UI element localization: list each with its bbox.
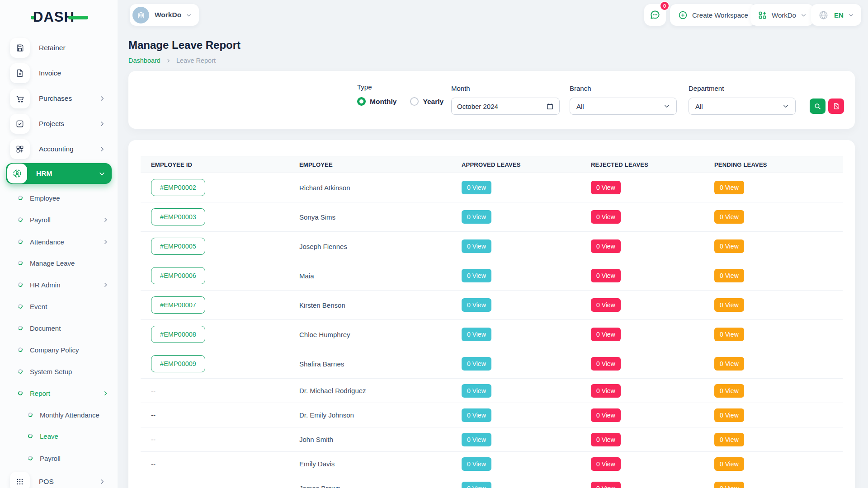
column-header: EMPLOYEE ID — [141, 161, 289, 168]
employee-id-badge[interactable]: #EMP00002 — [151, 179, 205, 196]
column-header: APPROVED LEAVES — [451, 161, 580, 168]
sidebar-item-payroll-report[interactable]: Payroll — [0, 451, 118, 465]
sidebar-item-company-policy[interactable]: Company Policy — [0, 343, 118, 357]
subnav-label: Company Policy — [30, 346, 79, 354]
chevron-down-icon — [783, 103, 789, 109]
pending-leaves-view-badge[interactable]: 0 View — [714, 298, 744, 312]
sidebar-item-report[interactable]: Report — [0, 386, 118, 400]
rejected-leaves-view-badge[interactable]: 0 View — [591, 482, 621, 488]
employee-id-badge[interactable]: #EMP00007 — [151, 296, 205, 314]
filter-card: Type Monthly Yearly Month October 2024 B… — [128, 71, 855, 129]
rejected-leaves-view-badge[interactable]: 0 View — [591, 457, 621, 471]
sidebar-item-retainer[interactable]: Retainer — [6, 38, 112, 58]
approved-leaves-view-badge[interactable]: 0 View — [462, 433, 491, 446]
rejected-leaves-view-badge[interactable]: 0 View — [591, 181, 621, 194]
rejected-leaves-view-badge[interactable]: 0 View — [591, 384, 621, 398]
rejected-leaves-view-badge[interactable]: 0 View — [591, 328, 621, 341]
reset-button[interactable] — [828, 99, 844, 114]
sidebar-item-label: Retainer — [39, 44, 66, 52]
sidebar-item-accounting[interactable]: Accounting — [6, 139, 112, 159]
employee-id-badge[interactable]: #EMP00009 — [151, 355, 205, 372]
search-button[interactable] — [810, 99, 826, 114]
sidebar-item-purchases[interactable]: Purchases — [6, 89, 112, 108]
sidebar-item-invoice[interactable]: Invoice — [6, 63, 112, 83]
subnav-label: Monthly Attendance — [40, 411, 99, 419]
rejected-leaves-view-badge[interactable]: 0 View — [591, 269, 621, 282]
sidebar-item-hrm[interactable]: HRM — [6, 163, 112, 184]
sidebar-item-event[interactable]: Event — [0, 300, 118, 313]
monthly-radio-label[interactable]: Monthly — [370, 98, 396, 106]
chevron-right-icon — [99, 146, 105, 152]
pending-leaves-view-badge[interactable]: 0 View — [714, 457, 744, 471]
pending-leaves-view-badge[interactable]: 0 View — [714, 384, 744, 398]
approved-leaves-view-badge[interactable]: 0 View — [462, 269, 491, 282]
yearly-radio[interactable] — [410, 97, 419, 106]
sidebar-item-label: Invoice — [39, 69, 61, 77]
month-input[interactable]: October 2024 — [451, 98, 560, 115]
approved-leaves-view-badge[interactable]: 0 View — [462, 239, 491, 253]
calendar-icon[interactable] — [546, 103, 554, 110]
bullet-icon — [28, 412, 33, 418]
sidebar-item-system-setup[interactable]: System Setup — [0, 365, 118, 378]
rejected-leaves-view-badge[interactable]: 0 View — [591, 408, 621, 422]
rejected-leaves-view-badge[interactable]: 0 View — [591, 239, 621, 253]
approved-leaves-view-badge[interactable]: 0 View — [462, 384, 491, 398]
pending-leaves-view-badge[interactable]: 0 View — [714, 239, 744, 253]
branch-select[interactable]: All — [570, 98, 677, 115]
sidebar-item-attendance[interactable]: Attendance — [0, 235, 118, 249]
pending-leaves-view-badge[interactable]: 0 View — [714, 269, 744, 282]
month-value: October 2024 — [457, 103, 498, 110]
rejected-leaves-view-badge[interactable]: 0 View — [591, 298, 621, 312]
pending-leaves-view-badge[interactable]: 0 View — [714, 328, 744, 341]
workspace-switcher[interactable]: WorkDo — [130, 4, 199, 26]
approved-leaves-view-badge[interactable]: 0 View — [462, 181, 491, 194]
approved-leaves-view-badge[interactable]: 0 View — [462, 210, 491, 224]
approved-leaves-view-badge[interactable]: 0 View — [462, 328, 491, 341]
approved-leaves-view-badge[interactable]: 0 View — [462, 457, 491, 471]
sidebar-item-leave-report[interactable]: Leave — [0, 429, 118, 443]
language-label: EN — [834, 11, 844, 19]
sidebar-item-monthly-attendance[interactable]: Monthly Attendance — [0, 408, 118, 422]
pending-leaves-view-badge[interactable]: 0 View — [714, 408, 744, 422]
yearly-radio-label[interactable]: Yearly — [423, 98, 443, 106]
create-workspace-button[interactable]: Create Workspace — [670, 4, 756, 26]
employee-id-badge[interactable]: #EMP00006 — [151, 267, 205, 284]
employee-name: John Smith — [289, 436, 451, 443]
approved-leaves-view-badge[interactable]: 0 View — [462, 482, 491, 488]
employee-id-badge[interactable]: #EMP00003 — [151, 208, 205, 225]
employee-id-badge[interactable]: #EMP00005 — [151, 238, 205, 255]
rejected-leaves-view-badge[interactable]: 0 View — [591, 433, 621, 446]
employee-id-badge[interactable]: #EMP00008 — [151, 326, 205, 343]
breadcrumb-dashboard-link[interactable]: Dashboard — [128, 57, 160, 64]
pending-leaves-view-badge[interactable]: 0 View — [714, 482, 744, 488]
sidebar-item-hr-admin[interactable]: HR Admin — [0, 278, 118, 291]
sidebar-item-employee[interactable]: Employee — [0, 191, 118, 205]
sidebar-item-payroll[interactable]: Payroll — [0, 213, 118, 226]
chevron-down-icon — [186, 12, 192, 18]
monthly-radio[interactable] — [357, 97, 366, 106]
table-row: #EMP00003 Sonya Sims 0 View 0 View 0 Vie… — [141, 202, 843, 232]
pending-leaves-view-badge[interactable]: 0 View — [714, 210, 744, 224]
department-select[interactable]: All — [689, 98, 796, 115]
table-row: -- James Brown 0 View 0 View 0 View — [141, 476, 843, 488]
workdo-menu[interactable]: WorkDo — [750, 4, 814, 26]
employee-id-badge: -- — [151, 484, 156, 488]
subnav-label: Manage Leave — [30, 259, 75, 267]
messages-button[interactable]: 0 — [644, 4, 666, 26]
approved-leaves-view-badge[interactable]: 0 View — [462, 357, 491, 371]
language-selector[interactable]: EN — [811, 4, 861, 26]
rejected-leaves-view-badge[interactable]: 0 View — [591, 357, 621, 371]
pending-leaves-view-badge[interactable]: 0 View — [714, 357, 744, 371]
approved-leaves-view-badge[interactable]: 0 View — [462, 298, 491, 312]
app-logo[interactable]: DASH — [31, 9, 88, 25]
sidebar-item-projects[interactable]: Projects — [6, 114, 112, 134]
rejected-leaves-view-badge[interactable]: 0 View — [591, 210, 621, 224]
approved-leaves-view-badge[interactable]: 0 View — [462, 408, 491, 422]
employee-name: Chloe Humphrey — [289, 331, 451, 338]
sidebar-item-manage-leave[interactable]: Manage Leave — [0, 256, 118, 270]
pending-leaves-view-badge[interactable]: 0 View — [714, 181, 744, 194]
pending-leaves-view-badge[interactable]: 0 View — [714, 433, 744, 446]
sidebar-item-pos[interactable]: POS — [6, 472, 112, 488]
sidebar-item-document[interactable]: Document — [0, 321, 118, 335]
bullet-icon — [18, 325, 23, 331]
